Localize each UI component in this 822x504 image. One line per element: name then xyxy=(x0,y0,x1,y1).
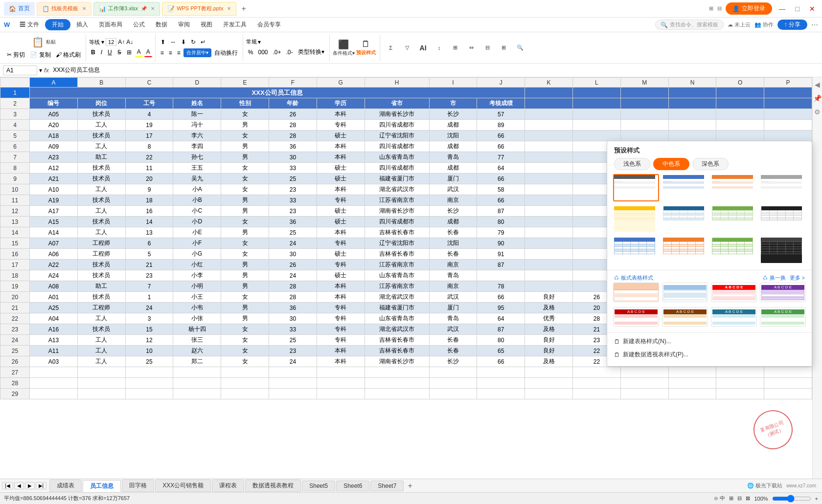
empty-cell-r27c3[interactable] xyxy=(173,367,221,378)
cell-r13c0[interactable]: A15 xyxy=(30,217,78,227)
cell-r19c1[interactable]: 助工 xyxy=(77,281,125,292)
header-m2[interactable] xyxy=(620,98,668,109)
cell-r21c3[interactable]: 小韦 xyxy=(173,303,221,313)
align-bottom-button[interactable]: ⬇ xyxy=(179,38,188,46)
cell-r9c2[interactable]: 20 xyxy=(125,174,173,184)
cell-r11c1[interactable]: 技术员 xyxy=(77,195,125,206)
cell-r22c9[interactable]: 64 xyxy=(477,313,525,324)
style-item-4[interactable] xyxy=(760,174,806,201)
cell-r4c2[interactable]: 19 xyxy=(125,120,173,131)
menu-data[interactable]: 数据 xyxy=(151,19,172,31)
window-layout-icon[interactable]: ⊞ xyxy=(709,5,713,12)
cell-o1[interactable] xyxy=(716,88,764,98)
col-header-I[interactable]: I xyxy=(429,78,477,88)
cell-r21c4[interactable]: 男 xyxy=(221,303,269,313)
tab-template-close[interactable]: ✕ xyxy=(82,6,86,11)
cell-r22c4[interactable]: 男 xyxy=(221,313,269,324)
maximize-button[interactable]: □ xyxy=(793,5,802,13)
align-right-button[interactable]: ≡ xyxy=(175,48,183,57)
style-item-1[interactable] xyxy=(613,174,659,201)
empty-cell-r3e4[interactable] xyxy=(716,109,764,120)
cell-r26c6[interactable]: 本科 xyxy=(317,356,365,367)
cell-r24c3[interactable]: 张三 xyxy=(173,335,221,346)
cell-r17c2[interactable]: 21 xyxy=(125,260,173,270)
header-shengshi[interactable]: 省市 xyxy=(365,98,429,109)
cut-button[interactable]: ✂ 剪切 xyxy=(5,50,27,60)
view-layout-icon[interactable]: ⊠ xyxy=(746,495,750,502)
cell-r6c2[interactable]: 8 xyxy=(125,141,173,152)
cell-r26c7[interactable]: 湖南省长沙市 xyxy=(365,356,429,367)
cell-r22c6[interactable]: 专科 xyxy=(317,313,365,324)
cell-r15c3[interactable]: 小F xyxy=(173,238,221,249)
border-button[interactable]: ⊞ xyxy=(125,48,134,57)
empty-cell-r29c5[interactable] xyxy=(269,389,317,399)
tab-dark[interactable]: 深色系 xyxy=(692,158,729,170)
empty-cell-r27c8[interactable] xyxy=(429,367,477,378)
empty-cell-r28c15[interactable] xyxy=(764,378,812,389)
close-button[interactable]: ✕ xyxy=(806,5,818,13)
cell-r15c5[interactable]: 24 xyxy=(269,238,317,249)
extra-cell-r24c0[interactable]: 良好 xyxy=(525,335,573,346)
cell-r16c2[interactable]: 5 xyxy=(125,249,173,260)
underline-button[interactable]: U xyxy=(106,48,114,57)
empty-cell-r29c2[interactable] xyxy=(125,389,173,399)
cell-r17c3[interactable]: 小红 xyxy=(173,260,221,270)
align-top-button[interactable]: ⬆ xyxy=(159,38,167,46)
cell-r8c8[interactable]: 成都 xyxy=(429,163,477,174)
align-middle-button[interactable]: ↔ xyxy=(168,38,178,46)
cell-r19c3[interactable]: 小明 xyxy=(173,281,221,292)
cell-r12c6[interactable]: 硕士 xyxy=(317,206,365,217)
empty-cell-r27c9[interactable] xyxy=(477,367,525,378)
cell-r6c7[interactable]: 四川省成都市 xyxy=(365,141,429,152)
empty-cell-r3e1[interactable] xyxy=(572,109,620,120)
empty-cell-r5e2[interactable] xyxy=(620,131,668,141)
cell-r5c6[interactable]: 硕士 xyxy=(317,131,365,141)
empty-cell-r28c12[interactable] xyxy=(620,378,668,389)
empty-cell-r5e3[interactable] xyxy=(668,131,716,141)
cell-r24c2[interactable]: 12 xyxy=(125,335,173,346)
cell-l1[interactable] xyxy=(572,88,620,98)
cell-r10c1[interactable]: 工人 xyxy=(77,184,125,195)
header-p2[interactable] xyxy=(764,98,812,109)
cell-r3c2[interactable]: 4 xyxy=(125,109,173,120)
cell-r10c7[interactable]: 湖北省武汉市 xyxy=(365,184,429,195)
cell-r6c9[interactable]: 66 xyxy=(477,141,525,152)
empty-cell-r29c9[interactable] xyxy=(477,389,525,399)
cell-r26c1[interactable]: 工人 xyxy=(77,356,125,367)
cell-r3c1[interactable]: 技术员 xyxy=(77,109,125,120)
cell-r10c0[interactable]: A10 xyxy=(30,184,78,195)
cell-r22c2[interactable]: 3 xyxy=(125,313,173,324)
cell-r23c8[interactable]: 武汉 xyxy=(429,324,477,335)
cell-r7c2[interactable]: 22 xyxy=(125,152,173,163)
cell-r9c5[interactable]: 25 xyxy=(269,174,317,184)
empty-cell-r14e0[interactable] xyxy=(525,227,573,238)
cell-r23c3[interactable]: 杨十四 xyxy=(173,324,221,335)
font-size-inc-icon[interactable]: A↑ xyxy=(118,39,125,45)
empty-cell-r27c7[interactable] xyxy=(365,367,429,378)
cell-r19c5[interactable]: 28 xyxy=(269,281,317,292)
cell-r4c3[interactable]: 冯十 xyxy=(173,120,221,131)
empty-cell-r29c6[interactable] xyxy=(317,389,365,399)
cell-r10c5[interactable]: 23 xyxy=(269,184,317,195)
col-header-J[interactable]: J xyxy=(477,78,525,88)
empty-cell-r29c1[interactable] xyxy=(77,389,125,399)
col-header-M[interactable]: M xyxy=(620,78,668,88)
cell-r11c7[interactable]: 江苏省南京市 xyxy=(365,195,429,206)
cell-r7c4[interactable]: 男 xyxy=(221,152,269,163)
style-item-6[interactable] xyxy=(662,205,708,233)
cell-r21c9[interactable]: 95 xyxy=(477,303,525,313)
cell-r21c5[interactable]: 36 xyxy=(269,303,317,313)
empty-cell-r28c1[interactable] xyxy=(77,378,125,389)
cell-r17c5[interactable]: 26 xyxy=(269,260,317,270)
cell-r18c1[interactable]: 技术员 xyxy=(77,270,125,281)
cell-r18c9[interactable] xyxy=(477,270,525,281)
format-brush-button[interactable]: 🖌 格式刷 xyxy=(54,50,83,60)
empty-cell-r4e1[interactable] xyxy=(572,120,620,131)
cell-r23c9[interactable]: 87 xyxy=(477,324,525,335)
cell-r18c3[interactable]: 小李 xyxy=(173,270,221,281)
font-color-button[interactable]: A xyxy=(144,47,152,57)
strikethrough-button[interactable]: S̶ xyxy=(115,48,123,57)
cell-r23c4[interactable]: 女 xyxy=(221,324,269,335)
cell-r3c5[interactable]: 26 xyxy=(269,109,317,120)
cell-r6c6[interactable]: 本科 xyxy=(317,141,365,152)
